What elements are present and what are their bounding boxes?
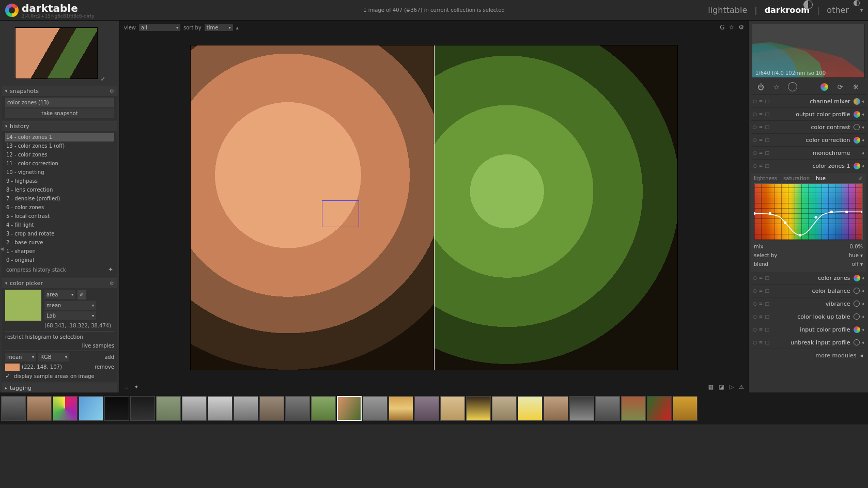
filmstrip-thumb[interactable] bbox=[27, 396, 52, 421]
cz-blend[interactable]: off ▾ bbox=[852, 261, 863, 267]
module-switch-icon[interactable]: ○ bbox=[753, 124, 757, 130]
module-expand-icon[interactable]: ◂ bbox=[861, 124, 864, 130]
take-snapshot-button[interactable]: take snapshot bbox=[5, 108, 114, 118]
filmstrip-thumb[interactable] bbox=[182, 396, 207, 421]
filmstrip-thumb[interactable] bbox=[337, 396, 362, 421]
tab-lighttable[interactable]: lighttable bbox=[708, 5, 747, 15]
module-multi-icon[interactable]: ≡ bbox=[759, 99, 763, 104]
tab-other[interactable]: other bbox=[827, 5, 849, 15]
histogram[interactable]: 1/640 f/4.0 102mm iso 100 bbox=[752, 24, 865, 78]
quick-presets-icon[interactable]: ≡ bbox=[124, 384, 129, 390]
prefs-gear-icon[interactable]: ⚙ bbox=[738, 24, 744, 31]
eyedropper-icon[interactable]: ✐ bbox=[78, 290, 86, 300]
module-switch-icon[interactable]: ○ bbox=[753, 99, 757, 104]
history-item[interactable]: 10 - vignetting bbox=[5, 168, 114, 177]
gear-icon[interactable]: ⚙ bbox=[110, 88, 114, 94]
history-item[interactable]: 9 - highpass bbox=[5, 177, 114, 185]
module-multi-icon[interactable]: ≡ bbox=[759, 163, 763, 168]
cz-select-by[interactable]: hue ▾ bbox=[849, 253, 863, 258]
module-multi-icon[interactable]: ≡ bbox=[759, 340, 763, 345]
filmstrip-thumb[interactable] bbox=[53, 396, 78, 421]
history-item[interactable]: 0 - original bbox=[5, 256, 114, 264]
module-multi-icon[interactable]: ≡ bbox=[759, 314, 763, 319]
module-expand-icon[interactable]: ◂ bbox=[861, 163, 864, 168]
sort-direction-icon[interactable]: ▴ bbox=[236, 25, 239, 30]
filmstrip[interactable] bbox=[0, 392, 868, 424]
module-reset-icon[interactable]: □ bbox=[765, 314, 769, 319]
modgroup-basic-icon[interactable] bbox=[788, 82, 797, 91]
cz-tab-lightness[interactable]: lightness bbox=[754, 176, 777, 181]
filmstrip-thumb[interactable] bbox=[518, 396, 542, 421]
filmstrip-thumb[interactable] bbox=[234, 396, 258, 421]
history-item[interactable]: 1 - sharpen bbox=[5, 247, 114, 256]
gear-icon[interactable]: ⚙ bbox=[110, 280, 114, 286]
module-row[interactable]: ○≡□color zones◂ bbox=[751, 272, 866, 285]
filmstrip-thumb[interactable] bbox=[621, 396, 646, 421]
module-multi-icon[interactable]: ≡ bbox=[759, 124, 763, 130]
styles-icon[interactable]: ✦ bbox=[134, 384, 138, 390]
module-expand-icon[interactable]: ◂ bbox=[861, 314, 864, 319]
live-sample-stat-select[interactable]: mean bbox=[5, 353, 36, 361]
snapshot-item[interactable]: color zones (13) bbox=[5, 98, 114, 107]
module-switch-icon[interactable]: ○ bbox=[753, 112, 757, 117]
module-switch-icon[interactable]: ○ bbox=[753, 327, 757, 332]
filmstrip-thumb[interactable] bbox=[595, 396, 620, 421]
module-switch-icon[interactable]: ○ bbox=[753, 288, 757, 293]
module-reset-icon[interactable]: □ bbox=[765, 275, 769, 280]
filmstrip-thumb[interactable] bbox=[440, 396, 465, 421]
module-expand-icon[interactable]: ◂ bbox=[861, 288, 864, 293]
modgroup-active-icon[interactable]: ⏻ bbox=[756, 82, 765, 91]
add-sample-button[interactable]: add bbox=[104, 353, 114, 361]
module-row[interactable]: ○≡□color look up table◂ bbox=[751, 310, 866, 323]
snapshots-header[interactable]: ▾snapshots ⚙ bbox=[2, 86, 117, 96]
overexposed-icon[interactable]: ◪ bbox=[719, 384, 724, 390]
module-switch-icon[interactable]: ○ bbox=[753, 137, 757, 143]
history-item[interactable]: 5 - local contrast bbox=[5, 212, 114, 221]
filmstrip-thumb[interactable] bbox=[130, 396, 155, 421]
filmstrip-thumb[interactable] bbox=[466, 396, 491, 421]
module-expand-icon[interactable]: ◂ bbox=[861, 99, 864, 104]
style-create-icon[interactable]: ✦ bbox=[108, 266, 113, 274]
module-expand-icon[interactable]: ◂ bbox=[861, 150, 864, 155]
module-row[interactable]: ○≡□input color profile◂ bbox=[751, 323, 866, 336]
module-row[interactable]: ○≡□vibrance◂ bbox=[751, 297, 866, 310]
module-multi-icon[interactable]: ≡ bbox=[759, 288, 763, 293]
compress-history-button[interactable]: compress history stack bbox=[6, 266, 66, 274]
filmstrip-thumb[interactable] bbox=[647, 396, 672, 421]
module-row[interactable]: ○≡□color balance◂ bbox=[751, 285, 866, 297]
module-reset-icon[interactable]: □ bbox=[765, 150, 769, 155]
tab-darkroom[interactable]: darkroom bbox=[765, 5, 810, 15]
snapshot-split-line[interactable] bbox=[434, 45, 435, 370]
filmstrip-thumb[interactable] bbox=[363, 396, 388, 421]
module-expand-icon[interactable]: ◂ bbox=[861, 340, 864, 345]
filmstrip-thumb[interactable] bbox=[311, 396, 336, 421]
cz-tab-hue[interactable]: hue bbox=[816, 176, 826, 181]
history-item[interactable]: 6 - color zones bbox=[5, 203, 114, 212]
filmstrip-thumb[interactable] bbox=[156, 396, 181, 421]
star-icon[interactable]: ☆ bbox=[729, 24, 734, 31]
module-multi-icon[interactable]: ≡ bbox=[759, 327, 763, 332]
display-samples-checkbox[interactable]: ✓ bbox=[5, 372, 10, 380]
modgroup-favorites-icon[interactable]: ☆ bbox=[772, 82, 781, 91]
module-switch-icon[interactable]: ○ bbox=[753, 275, 757, 280]
history-item[interactable]: 3 - crop and rotate bbox=[5, 229, 114, 238]
left-panel-handle-icon[interactable]: ◂ bbox=[0, 244, 4, 253]
history-item[interactable]: 7 - denoise (profiled) bbox=[5, 194, 114, 203]
filmstrip-thumb[interactable] bbox=[569, 396, 594, 421]
filmstrip-thumb[interactable] bbox=[492, 396, 517, 421]
picker-space-select[interactable]: Lab bbox=[44, 311, 96, 320]
remove-sample-button[interactable]: remove bbox=[95, 363, 114, 371]
module-reset-icon[interactable]: □ bbox=[765, 163, 769, 168]
module-reset-icon[interactable]: □ bbox=[765, 340, 769, 345]
module-row[interactable]: ○≡□output color profile◂ bbox=[751, 108, 866, 121]
filmstrip-thumb[interactable] bbox=[79, 396, 103, 421]
color-zones-graph[interactable] bbox=[754, 183, 863, 240]
history-item[interactable]: 13 - color zones 1 (off) bbox=[5, 141, 114, 150]
module-row[interactable]: ○≡□channel mixer◂ bbox=[751, 95, 866, 108]
history-item[interactable]: 8 - lens correction bbox=[5, 185, 114, 194]
view-select[interactable]: all bbox=[139, 24, 180, 31]
history-item[interactable]: 2 - base curve bbox=[5, 238, 114, 247]
module-switch-icon[interactable]: ○ bbox=[753, 301, 757, 306]
live-sample-space-select[interactable]: RGB bbox=[38, 353, 69, 361]
filmstrip-thumb[interactable] bbox=[259, 396, 284, 421]
